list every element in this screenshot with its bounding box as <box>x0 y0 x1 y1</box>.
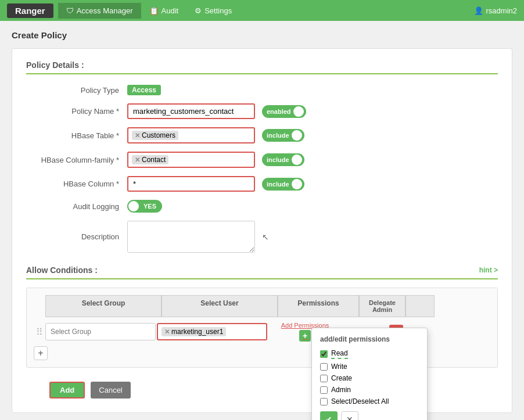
perm-read-row: Read <box>320 349 419 359</box>
perm-write-row: Write <box>320 362 419 371</box>
top-nav: Ranger 🛡 Access Manager 📋 Audit ⚙ Settin… <box>0 0 524 21</box>
perm-read-checkbox[interactable] <box>320 350 328 358</box>
col-header-group: Select Group <box>45 295 161 317</box>
perm-admin-checkbox[interactable] <box>320 386 328 394</box>
allow-conditions-header: Allow Conditions : hint > <box>26 265 498 279</box>
policy-type-row: Policy Type Access <box>26 85 498 95</box>
hbase-column-input[interactable] <box>127 176 255 192</box>
hbase-column-family-row: HBase Column-family * ✕ Contact include <box>26 152 498 168</box>
perm-admin-row: Admin <box>320 386 419 394</box>
shield-icon: 🛡 <box>66 6 74 15</box>
permissions-popup: add/edit permissions Read Write Create <box>311 328 428 420</box>
toggle-knob <box>293 106 304 117</box>
include-label-1: include <box>267 132 289 139</box>
toggle-knob <box>128 201 139 211</box>
include-toggle-1[interactable]: include <box>262 129 304 142</box>
enabled-label: enabled <box>267 108 291 115</box>
include-label-3: include <box>267 181 289 188</box>
select-user-input[interactable]: ✕ marketing_user1 <box>157 323 267 340</box>
perm-select-deselect-row: Select/Deselect All <box>320 397 419 405</box>
audit-logging-label: Audit Logging <box>26 202 119 211</box>
description-textarea[interactable] <box>127 221 255 253</box>
include-label-2: include <box>267 156 289 163</box>
permissions-cancel-button[interactable]: ✕ <box>341 411 358 420</box>
conditions-area: Select Group Select User Permissions Del… <box>26 288 498 368</box>
col-header-perms: Permissions <box>278 295 359 317</box>
permissions-popup-title: add/edit permissions <box>320 335 419 343</box>
policy-name-control: enabled <box>127 103 498 119</box>
include-toggle-2[interactable]: include <box>262 153 304 166</box>
policy-name-input[interactable] <box>127 103 255 119</box>
user-tag[interactable]: ✕ marketing_user1 <box>161 327 226 336</box>
add-button[interactable]: Add <box>49 382 85 399</box>
audit-logging-row: Audit Logging YES <box>26 200 498 213</box>
brand-logo[interactable]: Ranger <box>7 3 53 18</box>
conditions-table-header: Select Group Select User Permissions Del… <box>45 295 490 317</box>
audit-icon: 📋 <box>149 6 159 15</box>
audit-yes-label: YES <box>141 203 159 210</box>
col-header-user: Select User <box>161 295 278 317</box>
contact-tag[interactable]: ✕ Contact <box>132 155 168 164</box>
page-wrapper: Create Policy Policy Details : Policy Ty… <box>0 21 524 420</box>
policy-name-label: Policy Name * <box>26 107 119 116</box>
hint-link[interactable]: hint > <box>479 266 498 274</box>
include-toggle-3[interactable]: include <box>262 178 304 191</box>
hbase-table-row: HBase Table * ✕ Customers include <box>26 127 498 143</box>
policy-details-section-header: Policy Details : <box>26 60 498 74</box>
contact-tag-remove[interactable]: ✕ <box>135 156 140 164</box>
policy-type-control: Access <box>127 85 498 95</box>
user-icon: 👤 <box>474 6 483 15</box>
hbase-table-control: ✕ Customers include <box>127 127 498 143</box>
perm-create-label: Create <box>331 374 352 382</box>
hbase-column-row: HBase Column * include <box>26 176 498 192</box>
description-row: Description ↖ <box>26 221 498 253</box>
perm-write-checkbox[interactable] <box>320 363 328 371</box>
add-row-button[interactable]: + <box>34 346 48 360</box>
customers-tag-remove[interactable]: ✕ <box>135 132 140 139</box>
description-label: Description <box>26 232 119 241</box>
nav-audit[interactable]: 📋 Audit <box>141 3 187 19</box>
main-card: Policy Details : Policy Type Access Poli… <box>12 48 512 413</box>
perm-create-row: Create <box>320 374 419 382</box>
cancel-button[interactable]: Cancel <box>91 382 130 399</box>
add-permissions-plus-btn[interactable]: + <box>299 330 311 342</box>
hbase-column-control: include <box>127 176 498 192</box>
page-title: Create Policy <box>12 30 512 40</box>
permissions-popup-actions: ✔ ✕ <box>320 411 419 420</box>
hbase-column-family-input[interactable]: ✕ Contact <box>127 152 255 168</box>
customers-tag[interactable]: ✕ Customers <box>132 131 178 140</box>
perm-selectall-checkbox[interactable] <box>320 398 328 405</box>
audit-logging-toggle[interactable]: YES <box>127 200 162 213</box>
user-badge: 👤 rsadmin2 <box>474 6 517 15</box>
perm-write-label: Write <box>331 362 347 371</box>
enabled-toggle[interactable]: enabled <box>262 105 306 118</box>
policy-type-badge: Access <box>127 85 161 95</box>
gear-icon: ⚙ <box>195 6 202 15</box>
nav-access-manager[interactable]: 🛡 Access Manager <box>58 3 141 19</box>
nav-settings[interactable]: ⚙ Settings <box>186 3 240 19</box>
col-header-actions <box>405 295 435 317</box>
hbase-table-label: HBase Table * <box>26 131 119 140</box>
allow-conditions-section: Allow Conditions : hint > Select Group S… <box>26 265 498 368</box>
policy-type-label: Policy Type <box>26 86 119 95</box>
cursor-icon: ↖ <box>262 232 269 242</box>
perm-read-label: Read <box>331 349 348 359</box>
hbase-column-family-control: ✕ Contact include <box>127 152 498 168</box>
hbase-table-input[interactable]: ✕ Customers <box>127 127 255 143</box>
hbase-column-label: HBase Column * <box>26 180 119 188</box>
select-group-input[interactable] <box>45 323 156 340</box>
allow-conditions-label: Allow Conditions : <box>26 265 98 275</box>
hbase-column-family-label: HBase Column-family * <box>26 156 119 164</box>
drag-handle[interactable]: ⠿ <box>34 326 45 338</box>
user-tag-remove[interactable]: ✕ <box>164 328 170 336</box>
policy-name-row: Policy Name * enabled <box>26 103 498 119</box>
perm-selectall-label: Select/Deselect All <box>331 397 389 405</box>
perm-admin-label: Admin <box>331 386 351 394</box>
permissions-ok-button[interactable]: ✔ <box>320 411 338 420</box>
perm-create-checkbox[interactable] <box>320 375 328 382</box>
col-header-delegate: DelegateAdmin <box>359 295 405 317</box>
